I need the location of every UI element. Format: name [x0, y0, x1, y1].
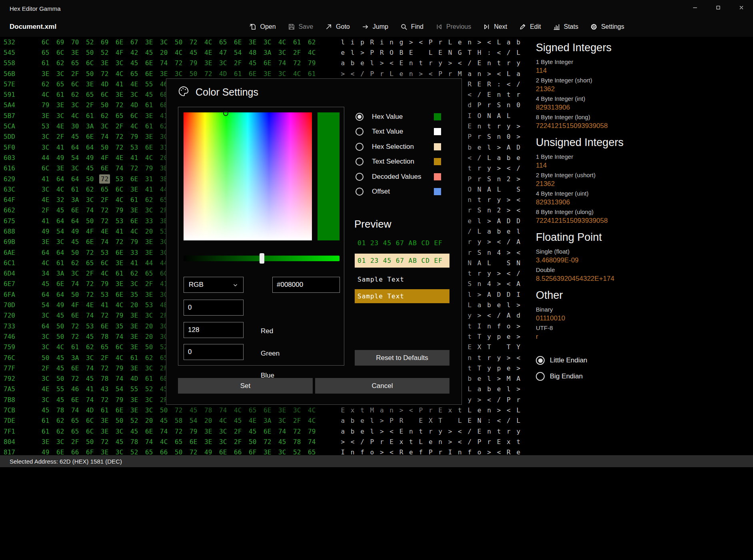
decoded-char[interactable]: S	[513, 186, 523, 193]
hex-byte[interactable]: 3C	[219, 59, 234, 67]
decoded-char[interactable]: >	[484, 448, 494, 455]
decoded-char[interactable]	[416, 49, 425, 56]
hex-byte[interactable]: 72	[116, 144, 130, 151]
hex-byte[interactable]: 74	[145, 438, 160, 446]
hex-byte[interactable]: 4C	[56, 343, 71, 351]
hex-byte[interactable]: 33	[145, 217, 160, 225]
decoded-char[interactable]: >	[504, 249, 513, 256]
hex-byte[interactable]: 3E	[116, 91, 130, 98]
decoded-char[interactable]: <	[494, 238, 503, 246]
decoded-char[interactable]: <	[504, 280, 513, 288]
decoded-char[interactable]: L	[513, 406, 523, 414]
decoded-char[interactable]: N	[465, 259, 474, 267]
hex-byte[interactable]: 79	[116, 206, 130, 214]
decoded-char[interactable]: P	[504, 396, 513, 404]
decoded-char[interactable]: y	[484, 270, 494, 277]
decoded-char[interactable]: x	[348, 406, 357, 414]
hex-byte[interactable]: 4C	[293, 70, 308, 78]
decoded-char[interactable]: <	[513, 196, 523, 204]
hex-byte[interactable]: 69	[101, 38, 116, 46]
decoded-char[interactable]	[406, 417, 416, 424]
hex-byte[interactable]: 74	[101, 238, 116, 246]
radio-icon[interactable]	[356, 128, 364, 136]
hex-byte[interactable]: 54	[116, 385, 130, 393]
decoded-char[interactable]: e	[504, 228, 513, 235]
hex-byte[interactable]: 65	[71, 417, 86, 424]
hex-byte[interactable]: 20	[145, 417, 160, 424]
hex-byte[interactable]: 45	[190, 49, 204, 56]
goto-button[interactable]: Goto	[325, 23, 350, 30]
decoded-char[interactable]: T	[504, 343, 513, 351]
hex-byte[interactable]: 72	[293, 59, 308, 67]
hex-byte[interactable]: 4F	[71, 301, 86, 309]
decoded-char[interactable]: /	[465, 228, 474, 235]
hex-byte[interactable]: 6C	[42, 38, 56, 46]
hex-byte[interactable]: 3E	[204, 59, 219, 67]
hex-byte[interactable]: 45	[56, 312, 71, 319]
hex-byte[interactable]: 4E	[130, 80, 145, 88]
decoded-char[interactable]: L	[465, 385, 474, 393]
hex-byte[interactable]: 41	[86, 385, 101, 393]
decoded-char[interactable]: L	[465, 406, 474, 414]
hex-byte[interactable]: 52	[293, 448, 308, 455]
decoded-char[interactable]: a	[474, 301, 484, 309]
decoded-char[interactable]: B	[396, 49, 406, 56]
hex-byte[interactable]: 2F	[101, 354, 116, 362]
decoded-char[interactable]: >	[504, 206, 513, 214]
decoded-char[interactable]: n	[465, 38, 474, 46]
decoded-char[interactable]: L	[387, 70, 396, 78]
hex-byte[interactable]: 3E	[145, 238, 160, 246]
decoded-char[interactable]: >	[513, 175, 523, 183]
hex-byte[interactable]: 49	[42, 228, 56, 235]
hex-byte[interactable]: 50	[175, 448, 190, 455]
hex-byte[interactable]: 4F	[116, 49, 130, 56]
decoded-char[interactable]: n	[494, 91, 503, 98]
decoded-char[interactable]: /	[358, 70, 367, 78]
decoded-char[interactable]: y	[513, 428, 523, 435]
decoded-char[interactable]: e	[396, 70, 406, 78]
hex-byte[interactable]: 6E	[71, 396, 86, 404]
hex-byte[interactable]: 66	[160, 448, 175, 455]
decoded-char[interactable]: t	[465, 333, 474, 340]
hex-color-input[interactable]	[272, 277, 340, 293]
decoded-char[interactable]: l	[504, 301, 513, 309]
decoded-char[interactable]: A	[513, 280, 523, 288]
radio-icon[interactable]	[356, 188, 364, 196]
hex-byte[interactable]: 65	[101, 186, 116, 193]
hex-byte[interactable]: 72	[175, 428, 190, 435]
hex-byte[interactable]: 53	[86, 322, 101, 330]
hex-byte[interactable]: 6C	[86, 417, 101, 424]
hex-byte[interactable]: 72	[264, 438, 278, 446]
decoded-char[interactable]: l	[465, 291, 474, 298]
hex-byte[interactable]: 20	[145, 322, 160, 330]
hex-byte[interactable]: 35	[116, 322, 130, 330]
decoded-char[interactable]	[494, 259, 503, 267]
decoded-char[interactable]: E	[465, 417, 474, 424]
hex-byte[interactable]: 66	[71, 448, 86, 455]
decoded-char[interactable]: /	[465, 59, 474, 67]
decoded-char[interactable]: E	[474, 80, 484, 88]
decoded-char[interactable]: r	[465, 249, 474, 256]
hex-byte[interactable]: 33	[130, 249, 145, 256]
hex-byte[interactable]: 41	[130, 259, 145, 267]
hex-byte[interactable]: 34	[42, 270, 56, 277]
decoded-char[interactable]: <	[406, 406, 416, 414]
hex-byte[interactable]: 55	[56, 385, 71, 393]
decoded-char[interactable]: E	[396, 59, 406, 67]
hex-byte[interactable]: 65	[116, 112, 130, 120]
hex-byte[interactable]: 3A	[86, 122, 101, 130]
decoded-char[interactable]: x	[396, 438, 406, 446]
hex-byte[interactable]: 4C	[204, 38, 219, 46]
decoded-char[interactable]: <	[484, 312, 494, 319]
decoded-char[interactable]: y	[484, 164, 494, 172]
decoded-char[interactable]: l	[504, 385, 513, 393]
hex-byte[interactable]: 61	[130, 196, 145, 204]
decoded-char[interactable]: y	[465, 396, 474, 404]
hex-byte[interactable]: 45	[130, 59, 145, 67]
decoded-char[interactable]: r	[377, 70, 387, 78]
decoded-char[interactable]: 2	[504, 175, 513, 183]
decoded-char[interactable]: S	[474, 206, 484, 214]
set-button[interactable]: Set	[178, 378, 313, 394]
decoded-char[interactable]: P	[367, 438, 377, 446]
hex-byte[interactable]: 45	[116, 438, 130, 446]
